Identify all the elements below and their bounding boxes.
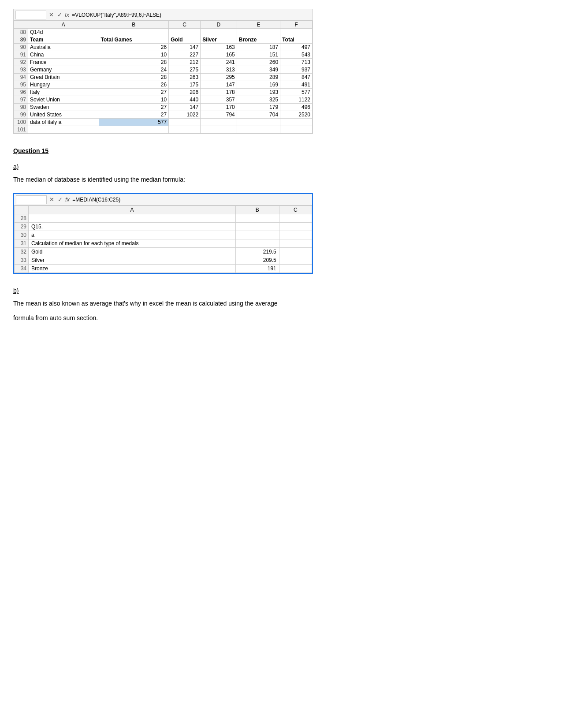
question15-heading: Question 15 [13, 147, 549, 154]
table-row: 97Soviet Union104403573251122 [14, 96, 313, 104]
col-header-row-2: A B C [15, 206, 312, 214]
formula-content-2: =MEDIAN(C16:C25) [72, 197, 310, 203]
table-row: 90Australia26147163187497 [14, 44, 313, 51]
table-row: 98Sweden27147170179496 [14, 104, 313, 111]
para-b2: formula from auto sum section. [13, 313, 549, 323]
table-row: 100data of italy a577 [14, 119, 313, 126]
table-row: 91China10227165151543 [14, 51, 313, 59]
table-row: 101 [14, 126, 313, 134]
table-row: 29Q15. [15, 223, 312, 231]
col-a-header: A [28, 21, 99, 29]
table-row: 95Hungary26175147169491 [14, 81, 313, 89]
table-row: 94Great Britain28263295289847 [14, 74, 313, 81]
sheet-table-1: A B C D E F 88Q14d89TeamTotal GamesGoldS… [14, 21, 313, 134]
fx-label-2: fx [65, 196, 70, 203]
col-b-header-2: B [235, 206, 279, 214]
a-section: a) The median of database is identified … [13, 163, 549, 184]
table-row: 93Germany24275313349937 [14, 66, 313, 74]
sheet-table-2: A B C 2829Q15.30a.31Calculation of media… [14, 205, 312, 273]
b-section: b) The mean is also known as average tha… [13, 287, 549, 323]
col-header-row-1: A B C D E F [14, 21, 313, 29]
table-row: 92France28212241260713 [14, 59, 313, 66]
corner-header-2 [15, 206, 29, 214]
col-a-header-2: A [29, 206, 236, 214]
col-f-header: F [280, 21, 313, 29]
fx-label-1: fx [65, 11, 69, 18]
table-row: 30a. [15, 231, 312, 239]
formula-bar2: B32 ✕ ✓ fx =MEDIAN(C16:C25) [14, 194, 312, 205]
table-row: 31Calculation of median for each type of… [15, 239, 312, 248]
table-row: 28 [15, 214, 312, 223]
formula-icons-1: ✕ ✓ [48, 11, 63, 18]
b-heading: b) [13, 287, 549, 294]
cancel-icon-2[interactable]: ✕ [48, 196, 55, 203]
cell-ref-1[interactable]: B100 [15, 11, 46, 19]
col-c-header: C [169, 21, 201, 29]
para-b1: The mean is also known as average that's… [13, 299, 549, 308]
question15-section: Question 15 [13, 147, 549, 154]
table-row: 33Silver209.5 [15, 256, 312, 265]
formula-icons-2: ✕ ✓ [48, 196, 63, 203]
formula-content-1: =VLOOKUP("Italy",A89:F99,6,FALSE) [72, 12, 311, 18]
a-heading: a) [13, 163, 549, 170]
table-row: 89TeamTotal GamesGoldSilverBronzeTotal [14, 36, 313, 44]
table-row: 96Italy27206178193577 [14, 89, 313, 96]
col-c-header-2: C [279, 206, 312, 214]
col-d-header: D [201, 21, 237, 29]
col-b-header: B [99, 21, 169, 29]
formula-bar1: B100 ✕ ✓ fx =VLOOKUP("Italy",A89:F99,6,F… [14, 9, 313, 21]
para-a: The median of database is identified usi… [13, 175, 549, 184]
confirm-icon-2[interactable]: ✓ [57, 196, 63, 203]
cell-ref-2[interactable]: B32 [16, 195, 47, 204]
table-row: 34Bronze191 [15, 265, 312, 273]
corner-header [14, 21, 28, 29]
cancel-icon[interactable]: ✕ [48, 11, 55, 18]
spreadsheet1: B100 ✕ ✓ fx =VLOOKUP("Italy",A89:F99,6,F… [13, 9, 313, 134]
spreadsheet2: B32 ✕ ✓ fx =MEDIAN(C16:C25) A B C 2829Q1… [13, 193, 313, 274]
table-row: 99United States2710227947042520 [14, 111, 313, 119]
table-row: 88Q14d [14, 29, 313, 36]
confirm-icon[interactable]: ✓ [56, 11, 63, 18]
col-e-header: E [237, 21, 280, 29]
table-row: 32Gold219.5 [15, 248, 312, 256]
